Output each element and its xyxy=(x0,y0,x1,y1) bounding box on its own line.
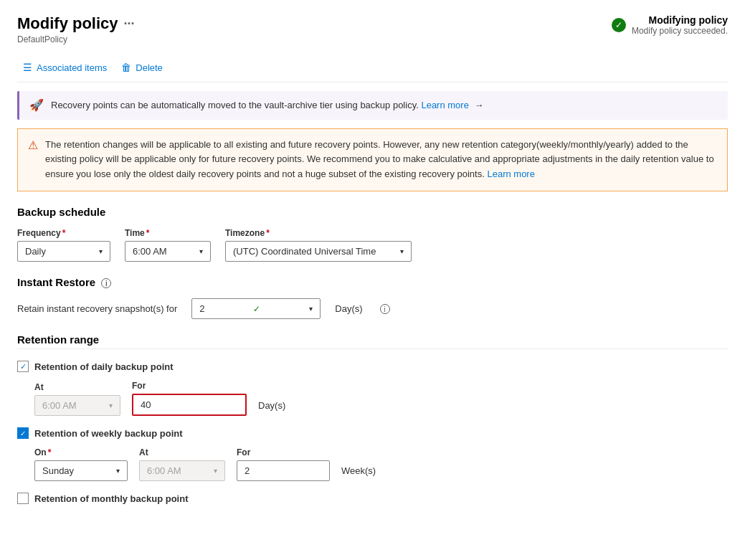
warning-message: The retention changes will be applicable… xyxy=(45,139,714,180)
weekly-on-required: * xyxy=(48,447,52,457)
weekly-on-select[interactable]: Sunday ▾ xyxy=(34,460,128,481)
daily-sub-form: At 6:00 AM ▾ For Day(s) xyxy=(34,381,728,416)
weekly-checkbox[interactable]: ✓ xyxy=(17,427,29,439)
daily-checkbox-row: ✓ Retention of daily backup point xyxy=(17,361,728,372)
list-icon: ☰ xyxy=(23,62,32,73)
weekly-on-label: On* xyxy=(34,447,128,457)
snapshot-value: 2 xyxy=(199,303,204,314)
frequency-label: Frequency* xyxy=(17,228,110,238)
status-subtitle: Modify policy succeeded. xyxy=(632,26,728,36)
frequency-select[interactable]: Daily ▾ xyxy=(17,241,110,262)
daily-unit: Day(s) xyxy=(258,400,285,416)
instant-restore-title: Instant Restore xyxy=(17,276,95,288)
title-section: Modify policy ··· DefaultPolicy xyxy=(17,14,135,44)
weekly-retention-section: ✓ Retention of weekly backup point On* S… xyxy=(17,427,728,481)
snapshot-check-icon: ✓ xyxy=(253,304,260,314)
daily-for-group: For xyxy=(132,381,247,416)
timezone-value: (UTC) Coordinated Universal Time xyxy=(233,246,376,257)
snapshot-chevron: ▾ xyxy=(309,305,313,313)
weekly-for-group: For xyxy=(237,447,330,481)
snapshot-group: 2 ✓ ▾ xyxy=(191,298,321,319)
weekly-at-label: At xyxy=(139,447,225,457)
timezone-label: Timezone* xyxy=(225,228,412,238)
backup-schedule-header: Backup schedule xyxy=(17,206,728,218)
retention-range-header: Retention range xyxy=(17,333,728,346)
daily-at-group: At 6:00 AM ▾ xyxy=(34,382,120,416)
timezone-chevron: ▾ xyxy=(400,247,404,255)
weekly-unit: Week(s) xyxy=(341,465,376,481)
purple-rocket-icon: 🚀 xyxy=(29,98,44,112)
time-label-text: Time xyxy=(125,228,145,238)
more-options-icon[interactable]: ··· xyxy=(124,16,135,32)
weekly-for-input[interactable] xyxy=(237,460,330,481)
daily-for-label: For xyxy=(132,381,247,391)
weekly-at-group: At 6:00 AM ▾ xyxy=(139,447,225,481)
timezone-select[interactable]: (UTC) Coordinated Universal Time ▾ xyxy=(225,241,412,262)
delete-button[interactable]: 🗑 Delete xyxy=(115,59,169,76)
page-title: Modify policy ··· xyxy=(17,14,135,33)
weekly-sub-form: On* Sunday ▾ At 6:00 AM ▾ For Week(s) xyxy=(34,447,728,481)
daily-at-label: At xyxy=(34,382,120,392)
warning-banner-link[interactable]: Learn more xyxy=(487,169,534,179)
frequency-required: * xyxy=(62,228,66,238)
page-subtitle: DefaultPolicy xyxy=(17,34,135,44)
purple-info-banner: 🚀 Recovery points can be automatically m… xyxy=(17,91,728,120)
status-title: Modifying policy xyxy=(632,14,728,26)
snapshot-unit-info-icon[interactable]: i xyxy=(380,304,390,314)
status-section: ✓ Modifying policy Modify policy succeed… xyxy=(612,14,728,36)
time-select[interactable]: 6:00 AM ▾ xyxy=(125,241,211,262)
timezone-label-text: Timezone xyxy=(225,228,265,238)
daily-checkbox[interactable]: ✓ xyxy=(17,361,29,372)
associated-items-button[interactable]: ☰ Associated items xyxy=(17,59,113,76)
warning-icon: ⚠ xyxy=(28,138,38,182)
time-chevron: ▾ xyxy=(199,247,203,255)
daily-checkbox-label: Retention of daily backup point xyxy=(34,361,174,372)
monthly-retention-section: Retention of monthly backup point xyxy=(17,493,728,504)
delete-icon: 🗑 xyxy=(121,62,131,73)
weekly-at-chevron: ▾ xyxy=(214,467,217,475)
monthly-checkbox-row: Retention of monthly backup point xyxy=(17,493,728,504)
snapshot-unit: Day(s) xyxy=(335,303,362,319)
time-group: Time* 6:00 AM ▾ xyxy=(125,228,211,262)
instant-restore-info-icon[interactable]: i xyxy=(101,278,111,288)
warning-text: The retention changes will be applicable… xyxy=(45,138,717,182)
weekly-for-label: For xyxy=(237,447,330,457)
daily-at-value: 6:00 AM xyxy=(42,400,77,411)
delete-label: Delete xyxy=(136,62,163,73)
timezone-required: * xyxy=(266,228,270,238)
page-header: Modify policy ··· DefaultPolicy ✓ Modify… xyxy=(17,14,728,44)
status-text-group: Modifying policy Modify policy succeeded… xyxy=(632,14,728,36)
purple-banner-arrow: → xyxy=(475,100,484,110)
weekly-at-value: 6:00 AM xyxy=(147,465,181,476)
daily-check-mark: ✓ xyxy=(20,362,27,371)
instant-restore-header: Instant Restore i xyxy=(17,276,728,289)
daily-at-select: 6:00 AM ▾ xyxy=(34,395,120,416)
daily-for-input[interactable] xyxy=(132,394,247,416)
purple-banner-message: Recovery points can be automatically mov… xyxy=(51,100,419,110)
snapshot-label: Retain instant recovery snapshot(s) for xyxy=(17,303,177,319)
warning-banner: ⚠ The retention changes will be applicab… xyxy=(17,128,728,191)
title-text: Modify policy xyxy=(17,14,118,33)
action-bar: ☰ Associated items 🗑 Delete xyxy=(17,53,728,82)
time-value: 6:00 AM xyxy=(133,246,167,257)
time-label: Time* xyxy=(125,228,211,238)
instant-restore-row: Retain instant recovery snapshot(s) for … xyxy=(17,298,728,319)
weekly-check-mark: ✓ xyxy=(20,430,26,437)
frequency-label-text: Frequency xyxy=(17,228,61,238)
weekly-on-label-text: On xyxy=(34,447,47,457)
status-check-icon: ✓ xyxy=(612,18,626,32)
snapshot-select[interactable]: 2 ✓ ▾ xyxy=(191,298,321,319)
associated-items-label: Associated items xyxy=(37,62,107,73)
weekly-checkbox-row: ✓ Retention of weekly backup point xyxy=(17,427,728,439)
weekly-on-chevron: ▾ xyxy=(116,467,120,475)
frequency-chevron: ▾ xyxy=(99,247,103,255)
timezone-group: Timezone* (UTC) Coordinated Universal Ti… xyxy=(225,228,412,262)
weekly-at-select: 6:00 AM ▾ xyxy=(139,460,225,481)
frequency-value: Daily xyxy=(25,246,46,257)
frequency-group: Frequency* Daily ▾ xyxy=(17,228,110,262)
weekly-on-value: Sunday xyxy=(42,465,74,476)
retention-divider xyxy=(17,348,728,349)
monthly-checkbox[interactable] xyxy=(17,493,29,504)
purple-banner-text: Recovery points can be automatically mov… xyxy=(51,98,484,113)
purple-banner-link[interactable]: Learn more xyxy=(421,100,468,110)
